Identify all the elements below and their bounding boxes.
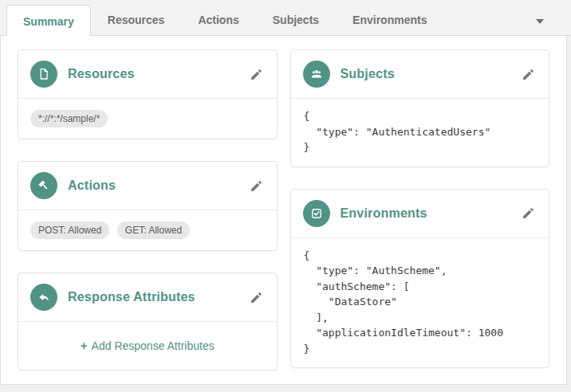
pencil-icon	[522, 72, 535, 84]
policy-tabbar: Summary Resources Actions Subjects Envir…	[0, 0, 571, 36]
tab-resources[interactable]: Resources	[91, 3, 182, 36]
tab-summary[interactable]: Summary	[6, 5, 91, 36]
resources-card: Resources *://*:*/sample/*	[18, 49, 278, 139]
subjects-card-body: { "type": "AuthenticatedUsers" }	[291, 98, 549, 167]
edit-actions-button[interactable]	[248, 178, 265, 194]
resource-pattern-badge: *://*:*/sample/*	[30, 110, 108, 127]
resources-card-header: Resources	[18, 50, 277, 98]
users-icon	[303, 61, 330, 88]
plus-icon: +	[81, 339, 88, 352]
chevron-down-icon[interactable]	[536, 19, 544, 24]
file-icon	[30, 61, 57, 88]
resources-card-title: Resources	[68, 67, 248, 81]
summary-panel: Resources *://*:*/sample/*	[0, 36, 567, 385]
environments-card-header: Environments	[291, 190, 549, 237]
pencil-icon	[250, 183, 263, 195]
actions-card-header: Actions	[18, 162, 277, 210]
response-attributes-card-body: +Add Response Attributes	[18, 321, 277, 370]
add-response-attributes-label: Add Response Attributes	[92, 339, 215, 352]
subjects-card: Subjects { "type": "AuthenticatedUsers" …	[290, 49, 550, 167]
action-badge-post: POST: Allowed	[30, 221, 109, 239]
actions-card: Actions POST: Allowed GET: Allowed	[18, 161, 278, 251]
edit-environments-button[interactable]	[520, 205, 537, 221]
environments-card-title: Environments	[341, 206, 521, 221]
actions-card-body: POST: Allowed GET: Allowed	[18, 210, 277, 250]
reply-arrow-icon	[30, 284, 57, 311]
response-attributes-card: Response Attributes +Add Response Attrib…	[18, 272, 278, 370]
pencil-icon	[522, 210, 535, 222]
subjects-card-header: Subjects	[291, 50, 549, 98]
checkbox-checked-icon	[303, 200, 330, 227]
response-attributes-card-title: Response Attributes	[68, 290, 248, 304]
subjects-card-title: Subjects	[341, 67, 521, 81]
pencil-icon	[250, 72, 263, 84]
tab-actions[interactable]: Actions	[181, 3, 255, 36]
subjects-json: { "type": "AuthenticatedUsers" }	[291, 99, 549, 167]
action-badge-get: GET: Allowed	[117, 221, 190, 239]
environments-card: Environments { "type": "AuthScheme", "au…	[290, 189, 550, 369]
environments-json: { "type": "AuthScheme", "authScheme": [ …	[291, 238, 549, 368]
edit-resources-button[interactable]	[248, 66, 265, 83]
actions-card-title: Actions	[68, 178, 248, 193]
left-column: Resources *://*:*/sample/*	[18, 49, 278, 385]
environments-card-body: { "type": "AuthScheme", "authScheme": [ …	[291, 237, 549, 368]
resources-card-body: *://*:*/sample/*	[18, 98, 277, 139]
tab-subjects[interactable]: Subjects	[256, 3, 336, 36]
response-attributes-card-header: Response Attributes	[18, 273, 277, 321]
edit-response-attributes-button[interactable]	[248, 289, 265, 306]
right-column: Subjects { "type": "AuthenticatedUsers" …	[290, 49, 550, 385]
edit-subjects-button[interactable]	[520, 66, 537, 83]
gavel-icon	[30, 172, 57, 199]
pencil-icon	[250, 295, 263, 307]
add-response-attributes-link[interactable]: +Add Response Attributes	[81, 339, 215, 352]
tab-environments[interactable]: Environments	[336, 3, 443, 36]
policy-summary-page: Summary Resources Actions Subjects Envir…	[0, 0, 571, 392]
